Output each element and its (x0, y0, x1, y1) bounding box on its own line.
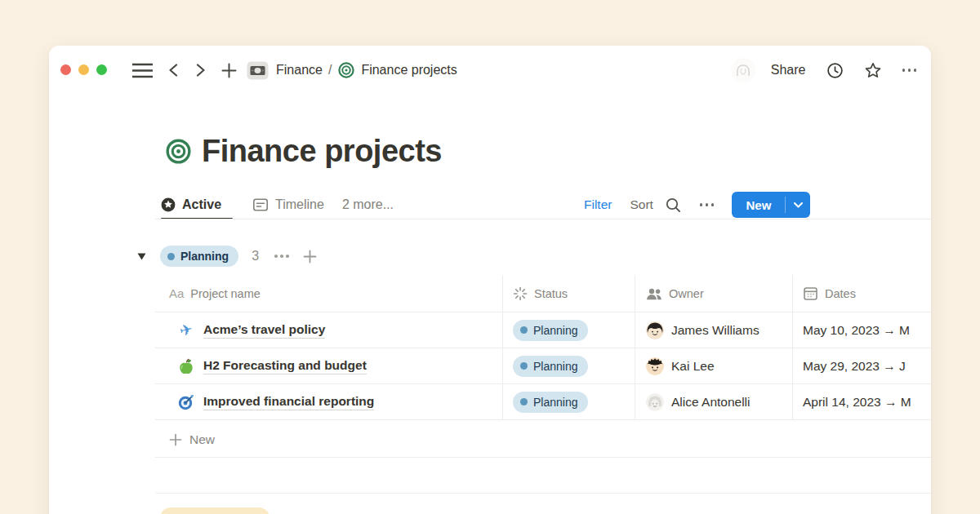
cell-status[interactable]: Planning (502, 384, 635, 419)
header-project-name[interactable]: Aa Project name (155, 275, 502, 312)
minimize-window-button[interactable] (78, 64, 89, 75)
breadcrumb-separator: / (328, 63, 332, 78)
sort-button[interactable]: Sort (630, 197, 653, 212)
updates-clock-icon[interactable] (826, 62, 844, 79)
spinner-icon (513, 286, 528, 301)
status-dot (520, 326, 528, 334)
page-target-icon[interactable] (166, 139, 191, 164)
table-row[interactable]: Improved financial reporting Planning Al… (155, 384, 931, 420)
tab-more[interactable]: 2 more... (342, 197, 394, 212)
cell-status[interactable]: Planning (502, 348, 635, 383)
breadcrumb-page[interactable]: Finance projects (361, 63, 457, 78)
group-header: Planning 3 (137, 246, 317, 267)
header-status[interactable]: Status (502, 275, 635, 312)
toolbar-right: Share (731, 56, 916, 84)
section-divider (155, 493, 931, 494)
text-icon: Aa (169, 286, 184, 300)
green-apple-icon (178, 358, 194, 374)
next-group-badge[interactable] (160, 507, 270, 514)
tab-timeline[interactable]: Timeline (252, 190, 324, 219)
favorite-star-icon[interactable] (864, 62, 882, 79)
group-status-label: Planning (180, 250, 229, 263)
collapse-triangle-icon[interactable] (137, 253, 146, 260)
table-header-row: Aa Project name Status Owner (155, 275, 931, 312)
group-more-icon[interactable] (274, 255, 289, 258)
target-icon (338, 62, 354, 78)
view-more-icon[interactable] (700, 203, 715, 206)
avatar-kai (646, 357, 664, 375)
group-status-badge[interactable]: Planning (160, 246, 238, 267)
table-row[interactable]: ✈ Acme’s travel policy Planning James Wi… (155, 312, 931, 348)
back-button[interactable] (167, 64, 179, 77)
view-controls: Filter Sort New (584, 192, 810, 218)
tab-timeline-label: Timeline (275, 197, 324, 212)
view-tabs: Active Timeline 2 more... (161, 190, 394, 219)
timeline-icon (252, 197, 269, 213)
add-new-row[interactable]: New (155, 422, 931, 458)
avatar-alice (646, 393, 664, 411)
dart-target-icon (178, 394, 194, 410)
cell-dates[interactable]: April 14, 2023 → M (792, 384, 931, 419)
group-count: 3 (252, 249, 259, 264)
new-page-button[interactable] (221, 63, 237, 78)
filter-button[interactable]: Filter (584, 197, 612, 212)
tab-active[interactable]: Active (161, 190, 233, 219)
header-dates[interactable]: Dates (792, 275, 931, 312)
status-badge: Planning (513, 320, 588, 341)
toolbar: Finance / Finance projects (132, 56, 457, 84)
zoom-window-button[interactable] (96, 64, 107, 75)
cell-project-name[interactable]: ✈ Acme’s travel policy (155, 312, 502, 348)
share-button[interactable]: Share (771, 63, 806, 78)
page-background: Finance / Finance projects Share (0, 0, 980, 514)
airplane-icon: ✈ (178, 322, 194, 338)
money-page-icon[interactable] (247, 61, 269, 80)
cell-project-name[interactable]: Improved financial reporting (155, 384, 502, 419)
header-owner[interactable]: Owner (635, 275, 792, 312)
new-button-label: New (732, 198, 785, 212)
cell-dates[interactable]: May 10, 2023 → M (792, 312, 931, 348)
star-circle-icon (161, 197, 176, 212)
window-controls (60, 64, 107, 75)
plus-icon (169, 433, 182, 446)
tab-active-label: Active (182, 197, 221, 212)
chevron-down-icon[interactable] (786, 202, 810, 208)
page-title: Finance projects (202, 134, 442, 169)
status-dot (520, 362, 528, 370)
status-dot (167, 253, 175, 260)
close-window-button[interactable] (60, 64, 71, 75)
forward-button[interactable] (195, 64, 207, 77)
cell-owner[interactable]: Kai Lee (635, 348, 792, 383)
avatar[interactable] (731, 58, 755, 82)
status-badge: Planning (513, 356, 588, 377)
status-badge: Planning (513, 392, 588, 413)
page-header: Finance projects (166, 134, 442, 169)
group-add-icon[interactable] (303, 250, 317, 264)
status-dot (520, 398, 528, 405)
cell-owner[interactable]: James Williams (635, 312, 792, 348)
breadcrumb-workspace[interactable]: Finance (276, 63, 323, 78)
cell-dates[interactable]: May 29, 2023 → J (792, 348, 931, 383)
cell-owner[interactable]: Alice Antonelli (635, 384, 792, 419)
app-window: Finance / Finance projects Share (49, 46, 931, 514)
calendar-icon (803, 286, 818, 301)
search-icon[interactable] (666, 197, 681, 213)
cell-status[interactable]: Planning (502, 312, 635, 348)
people-icon (646, 286, 662, 301)
add-new-label: New (189, 432, 215, 447)
new-button[interactable]: New (732, 192, 810, 218)
tabs-divider (155, 219, 931, 219)
table-row[interactable]: H2 Forecasting and budget Planning Kai L… (155, 348, 931, 384)
hamburger-icon[interactable] (132, 63, 153, 78)
projects-table: Aa Project name Status Owner (155, 275, 931, 420)
avatar-james (646, 321, 664, 339)
more-options-icon[interactable] (902, 69, 917, 72)
cell-project-name[interactable]: H2 Forecasting and budget (155, 348, 502, 383)
